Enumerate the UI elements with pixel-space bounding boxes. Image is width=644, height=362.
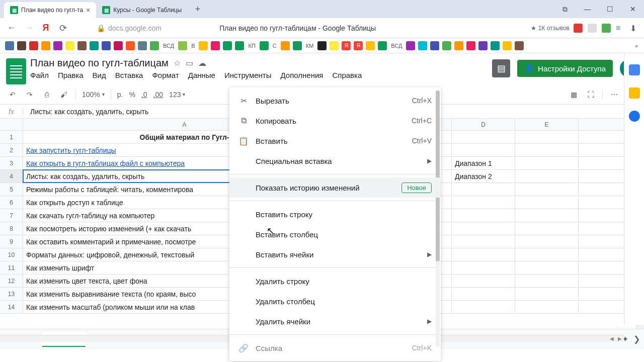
- bookmark-icon[interactable]: [126, 41, 135, 50]
- row-number[interactable]: 11: [0, 261, 23, 274]
- bookmark-icon[interactable]: [17, 41, 26, 50]
- cell[interactable]: [452, 144, 515, 156]
- menu-insert-column[interactable]: Вставить столбец: [229, 224, 441, 244]
- menu-view[interactable]: Вид: [93, 71, 106, 79]
- address-bar[interactable]: 🔒 docs.google.com План видео по гугл-таб…: [73, 24, 522, 32]
- bookmark-icon[interactable]: [430, 41, 439, 50]
- star-icon[interactable]: ☆: [174, 58, 181, 68]
- bookmark-icon[interactable]: [178, 41, 187, 50]
- menu-file[interactable]: Файл: [30, 71, 49, 79]
- bookmark-icon[interactable]: Я: [354, 41, 363, 50]
- column-header-d[interactable]: D: [452, 119, 515, 130]
- zoom-dropdown[interactable]: 100%▾: [82, 90, 105, 99]
- cloud-icon[interactable]: ☁: [198, 58, 206, 68]
- more-icon[interactable]: ⋯: [609, 89, 620, 100]
- menu-show-edit-history[interactable]: Показать историю изменений Новое: [229, 177, 441, 198]
- bookmark-icon[interactable]: [260, 41, 269, 50]
- bookmarks-overflow[interactable]: »: [634, 43, 639, 49]
- ext-icon[interactable]: [602, 24, 611, 33]
- menu-copy[interactable]: ⧉ Копировать Ctrl+C: [229, 111, 441, 131]
- sheets-logo-icon[interactable]: [6, 58, 26, 84]
- cell[interactable]: [452, 301, 515, 313]
- row-number[interactable]: 4: [0, 170, 23, 183]
- filter-icon[interactable]: ⛶: [585, 89, 596, 100]
- scroll-left-icon[interactable]: ◀: [608, 336, 616, 341]
- browser-tab-active[interactable]: ▦ План видео по гугл-та ×: [4, 2, 96, 18]
- cell[interactable]: [515, 183, 579, 196]
- bookmark-folder[interactable]: КМ: [305, 43, 315, 49]
- row-number[interactable]: 1: [0, 131, 23, 143]
- menu-insert-row[interactable]: Вставить строку: [229, 204, 441, 224]
- bookmark-folder[interactable]: КП: [247, 43, 256, 49]
- bookmark-icon[interactable]: [478, 41, 488, 50]
- cell[interactable]: [452, 275, 515, 287]
- cell[interactable]: Диапазон 2: [452, 170, 515, 183]
- row-number[interactable]: 5: [0, 183, 23, 196]
- menu-delete-column[interactable]: Удалить столбец: [229, 291, 441, 311]
- bookmark-icon[interactable]: [211, 41, 220, 50]
- bookmark-folder[interactable]: ВСД: [162, 43, 175, 49]
- row-number[interactable]: 14: [0, 301, 23, 313]
- bookmark-icon[interactable]: [29, 41, 38, 50]
- share-button[interactable]: 👤 Настройки Доступа: [517, 60, 613, 77]
- bookmark-folder[interactable]: ВСД: [390, 43, 403, 49]
- cell[interactable]: [452, 196, 515, 209]
- cell[interactable]: [452, 131, 515, 143]
- bookmark-icon[interactable]: [515, 41, 524, 50]
- maximize-icon[interactable]: ☐: [599, 0, 621, 18]
- cell[interactable]: [515, 235, 579, 248]
- decrease-decimal[interactable]: .0: [141, 90, 147, 99]
- bookmark-icon[interactable]: [574, 24, 583, 33]
- column-header-e[interactable]: E: [515, 119, 579, 130]
- cell[interactable]: [452, 183, 515, 196]
- bookmark-icon[interactable]: [223, 41, 232, 50]
- menu-icon[interactable]: ≡: [616, 24, 625, 33]
- formula-input[interactable]: Листы: как создать, удалить, скрыть: [23, 108, 148, 116]
- cell[interactable]: [515, 275, 579, 287]
- bookmark-icon[interactable]: [41, 41, 50, 50]
- increase-decimal[interactable]: .00: [153, 90, 163, 99]
- bookmark-icon[interactable]: [138, 41, 147, 50]
- row-number[interactable]: 13: [0, 288, 23, 300]
- bookmark-icon[interactable]: [65, 41, 74, 50]
- menu-delete-cells[interactable]: Удалить ячейки ▶: [229, 311, 441, 331]
- menu-format[interactable]: Формат: [152, 71, 179, 79]
- cell[interactable]: [515, 196, 579, 209]
- insert-chart-icon[interactable]: ▦: [568, 89, 579, 100]
- minimize-icon[interactable]: —: [576, 0, 599, 18]
- cell[interactable]: [515, 261, 579, 274]
- menu-addons[interactable]: Дополнения: [281, 71, 324, 79]
- calendar-icon[interactable]: [629, 64, 640, 75]
- menu-data[interactable]: Данные: [188, 71, 215, 79]
- bookmark-icon[interactable]: [281, 41, 290, 50]
- ext-icon[interactable]: [588, 24, 597, 33]
- cell[interactable]: [452, 261, 515, 274]
- cell[interactable]: [452, 288, 515, 300]
- yandex-icon[interactable]: Я: [39, 22, 52, 35]
- menu-paste-special[interactable]: Специальная вставка ▶: [229, 151, 441, 171]
- cell[interactable]: [452, 222, 515, 235]
- row-number[interactable]: 2: [0, 144, 23, 156]
- menu-edit[interactable]: Правка: [58, 71, 84, 79]
- bookmark-icon[interactable]: [442, 41, 451, 50]
- cell[interactable]: [515, 248, 579, 261]
- bookmark-icon[interactable]: [378, 41, 387, 50]
- close-window-icon[interactable]: ✕: [621, 0, 644, 18]
- menu-insert[interactable]: Вставка: [115, 71, 143, 79]
- menu-delete-row[interactable]: Удалить строку: [229, 271, 441, 291]
- currency-format[interactable]: р.: [117, 90, 123, 99]
- cell[interactable]: [515, 301, 579, 313]
- bookmark-icon[interactable]: [366, 41, 375, 50]
- move-icon[interactable]: ▭: [186, 58, 193, 68]
- tabs-overview-icon[interactable]: ⧉: [553, 0, 576, 18]
- reload-button[interactable]: ⟳: [56, 22, 69, 35]
- scroll-right-icon[interactable]: ▶: [616, 336, 624, 341]
- cell[interactable]: [515, 144, 579, 156]
- bookmark-icon[interactable]: [199, 41, 208, 50]
- print-icon[interactable]: ⎙: [41, 89, 52, 100]
- bookmark-icon[interactable]: [293, 41, 302, 50]
- browser-tab[interactable]: ▦ Курсы - Google Таблицы: [96, 2, 188, 18]
- side-panel-toggle-icon[interactable]: ❯: [633, 334, 640, 344]
- bookmark-icon[interactable]: [406, 41, 415, 50]
- row-number[interactable]: 9: [0, 235, 23, 248]
